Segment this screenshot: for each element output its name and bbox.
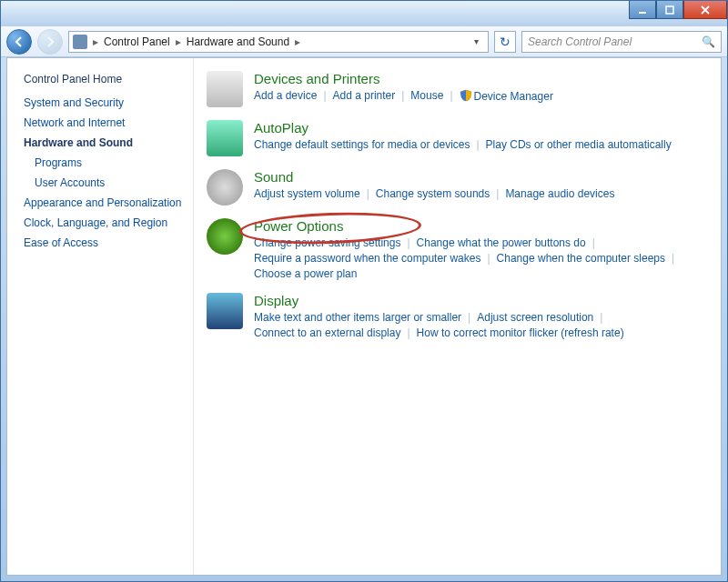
shield-icon	[460, 89, 472, 102]
task-link[interactable]: Change power-saving settings	[254, 236, 400, 249]
task-link[interactable]: How to correct monitor flicker (refresh …	[417, 326, 624, 339]
display-icon	[207, 293, 243, 329]
separator: |	[490, 187, 505, 200]
separator: |	[395, 89, 410, 103]
task-link[interactable]: Device Manager	[460, 89, 553, 103]
separator: |	[360, 187, 376, 200]
sidebar-item[interactable]: Network and Internet	[24, 116, 184, 129]
search-placeholder: Search Control Panel	[528, 35, 632, 48]
chevron-right-icon: ▸	[174, 35, 183, 48]
separator: |	[400, 236, 416, 249]
task-link[interactable]: Play CDs or other media automatically	[486, 138, 672, 151]
separator: |	[470, 138, 485, 151]
sound-icon	[207, 169, 243, 206]
sidebar-item[interactable]: Programs	[24, 156, 184, 169]
chevron-right-icon: ▸	[91, 35, 100, 48]
close-button[interactable]	[683, 1, 727, 19]
category-title[interactable]: Devices and Printers	[254, 71, 703, 86]
forward-button[interactable]	[37, 29, 63, 55]
separator: |	[461, 311, 477, 324]
svg-rect-1	[666, 6, 673, 14]
breadcrumb[interactable]: ▸ Control Panel ▸ Hardware and Sound ▸ ▾	[68, 31, 489, 53]
category-title[interactable]: Display	[254, 293, 703, 308]
sidebar-item[interactable]: System and Security	[24, 96, 184, 109]
task-link[interactable]: Connect to an external display	[254, 326, 400, 339]
refresh-button[interactable]: ↻	[494, 31, 516, 53]
sidebar: Control Panel Home System and SecurityNe…	[7, 58, 194, 575]
sidebar-item[interactable]: User Accounts	[24, 176, 184, 189]
task-link[interactable]: Adjust screen resolution	[477, 311, 593, 324]
autoplay-icon	[207, 120, 243, 156]
task-link[interactable]: Change when the computer sleeps	[497, 252, 665, 265]
task-link[interactable]: Change what the power buttons do	[417, 236, 586, 249]
chevron-down-icon[interactable]: ▾	[469, 36, 484, 46]
navigation-bar: ▸ Control Panel ▸ Hardware and Sound ▸ ▾…	[1, 26, 727, 57]
separator: |	[443, 89, 459, 103]
separator: |	[665, 252, 681, 265]
category-power: Power OptionsChange power-saving setting…	[207, 218, 703, 280]
sidebar-item[interactable]: Clock, Language, and Region	[24, 216, 184, 229]
task-link[interactable]: Manage audio devices	[505, 187, 614, 200]
content-area: Control Panel Home System and SecurityNe…	[6, 57, 722, 576]
category-title[interactable]: Sound	[254, 169, 703, 185]
sidebar-item[interactable]: Ease of Access	[24, 236, 184, 249]
separator: |	[317, 89, 332, 103]
category-autoplay: AutoPlayChange default settings for medi…	[207, 120, 703, 156]
separator: |	[400, 326, 416, 339]
maximize-button[interactable]	[656, 1, 683, 19]
control-panel-home-link[interactable]: Control Panel Home	[24, 73, 184, 85]
main-panel: Devices and PrintersAdd a device|Add a p…	[194, 58, 721, 575]
task-link[interactable]: Add a printer	[333, 89, 396, 103]
task-link[interactable]: Require a password when the computer wak…	[254, 252, 480, 265]
task-link[interactable]: Change system sounds	[376, 187, 490, 200]
task-link[interactable]: Choose a power plan	[254, 267, 357, 280]
sidebar-item[interactable]: Hardware and Sound	[24, 136, 184, 149]
back-button[interactable]	[6, 29, 32, 55]
category-printer: Devices and PrintersAdd a device|Add a p…	[207, 71, 703, 107]
svg-rect-0	[639, 12, 646, 14]
task-link[interactable]: Add a device	[254, 89, 317, 103]
titlebar	[1, 1, 727, 26]
search-input[interactable]: Search Control Panel 🔍	[521, 31, 722, 53]
task-link[interactable]: Mouse	[410, 89, 443, 103]
separator: |	[586, 236, 602, 249]
task-link[interactable]: Change default settings for media or dev…	[254, 138, 470, 151]
separator: |	[480, 252, 496, 265]
category-display: DisplayMake text and other items larger …	[207, 293, 703, 339]
sidebar-item[interactable]: Appearance and Personalization	[24, 196, 184, 209]
control-panel-icon	[73, 35, 87, 49]
power-icon	[207, 218, 243, 255]
category-sound: SoundAdjust system volume|Change system …	[207, 169, 703, 206]
printer-icon	[207, 71, 243, 107]
breadcrumb-item[interactable]: Hardware and Sound	[187, 35, 289, 48]
task-link[interactable]: Adjust system volume	[254, 187, 360, 200]
category-title[interactable]: AutoPlay	[254, 120, 703, 135]
chevron-right-icon: ▸	[293, 35, 302, 48]
separator: |	[593, 311, 609, 324]
search-icon: 🔍	[702, 35, 715, 48]
category-title[interactable]: Power Options	[254, 218, 703, 234]
minimize-button[interactable]	[629, 1, 656, 19]
task-link[interactable]: Make text and other items larger or smal…	[254, 311, 461, 324]
control-panel-window: ▸ Control Panel ▸ Hardware and Sound ▸ ▾…	[0, 0, 728, 582]
breadcrumb-item[interactable]: Control Panel	[104, 35, 170, 48]
